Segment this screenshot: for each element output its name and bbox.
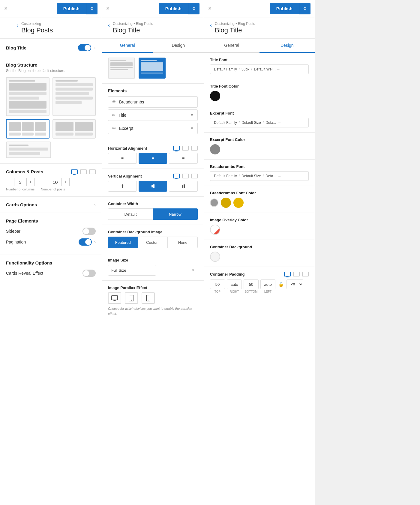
bg-featured-btn[interactable]: Featured xyxy=(108,237,138,248)
structure-card-4[interactable] xyxy=(52,119,96,139)
image-size-select[interactable]: Full Size Large Medium Thumbnail xyxy=(108,265,156,276)
columns-decrement[interactable]: − xyxy=(6,178,14,186)
posts-increment[interactable]: + xyxy=(61,178,70,186)
title-color-swatch[interactable] xyxy=(210,91,220,101)
blog-title-toggle[interactable] xyxy=(78,44,91,51)
padding-top-input[interactable] xyxy=(210,279,225,289)
breadcrumbs-font-section: Breadcrumbs Font Default Family / Defaul… xyxy=(204,160,315,186)
parallax-mobile-icon[interactable] xyxy=(142,292,155,304)
pagination-toggle-right: › xyxy=(79,238,96,246)
padding-bottom-input[interactable] xyxy=(244,279,259,289)
padding-lock-icon[interactable]: 🔒 xyxy=(277,282,285,287)
blog-title-right: › xyxy=(78,44,96,51)
parallax-section: Image Parallax Effect Choose for which d… xyxy=(102,281,204,321)
panel-2-gear-button[interactable]: ⚙ xyxy=(188,3,200,14)
bg-custom-btn[interactable]: Custom xyxy=(138,237,168,248)
bg-none-btn[interactable]: None xyxy=(168,237,198,248)
v-align-tablet-icon[interactable] xyxy=(182,174,189,178)
structure-card-3[interactable] xyxy=(6,119,50,139)
panel-2-publish-button[interactable]: Publish xyxy=(159,3,188,14)
container-bg-swatch[interactable] xyxy=(210,252,220,262)
posts-decrement[interactable]: − xyxy=(41,178,49,186)
layout-preview-2[interactable] xyxy=(139,58,166,79)
width-default-btn[interactable]: Default xyxy=(108,208,153,220)
v-align-bottom-btn[interactable] xyxy=(169,181,198,192)
element-breadcrumbs[interactable]: 👁 Breadcrumbs xyxy=(108,96,198,108)
panel-2-back-arrow[interactable]: ‹ xyxy=(108,22,110,28)
excerpt-font-selector[interactable]: Default Family / Default Size / Defa... … xyxy=(210,118,309,127)
structure-card-2[interactable] xyxy=(52,77,96,116)
padding-tablet-icon[interactable] xyxy=(293,272,300,276)
panel-3-back-arrow[interactable]: ‹ xyxy=(210,22,212,28)
panel-3-title: Blog Title xyxy=(215,26,255,34)
sidebar-toggle-right xyxy=(82,228,96,235)
tab-3-general[interactable]: General xyxy=(204,39,260,53)
structure-card-1[interactable] xyxy=(6,77,50,116)
panel-3-publish-button[interactable]: Publish xyxy=(270,3,299,14)
desktop-icon[interactable] xyxy=(71,169,78,174)
svg-rect-1 xyxy=(121,186,124,186)
h-align-center-btn[interactable]: ≡ xyxy=(139,153,167,164)
v-align-top-btn[interactable] xyxy=(108,181,137,192)
layout-preview-1[interactable] xyxy=(108,58,135,79)
panel-2-close-icon[interactable]: × xyxy=(106,5,110,12)
breadcrumbs-font-selector[interactable]: Default Family / Default Size / Defa... … xyxy=(210,171,309,181)
panel-3-topbar-right: Publish ⚙ xyxy=(270,3,310,14)
cards-options-row[interactable]: Cards Options › xyxy=(6,202,96,207)
h-align-buttons: ≡ ≡ ≡ xyxy=(108,153,198,164)
tab-3-design[interactable]: Design xyxy=(260,39,315,53)
padding-unit-select[interactable]: PX % EM xyxy=(286,279,303,289)
padding-left-input[interactable] xyxy=(260,279,275,289)
select-arrow-icon: ▼ xyxy=(191,268,195,272)
v-align-mobile-icon[interactable] xyxy=(191,174,198,178)
breadcrumbs-color-gold2[interactable] xyxy=(233,198,244,208)
padding-mobile-icon[interactable] xyxy=(302,272,309,276)
width-narrow-btn[interactable]: Narrow xyxy=(153,208,198,220)
tablet-icon[interactable] xyxy=(80,169,87,174)
image-overlay-swatch[interactable] xyxy=(210,225,220,235)
cards-reveal-right xyxy=(82,270,96,277)
element-excerpt[interactable]: 👁 Excerpt ▼ xyxy=(108,123,198,134)
columns-increment[interactable]: + xyxy=(26,178,35,186)
tab-general[interactable]: General xyxy=(102,39,153,53)
blog-title-label: Blog Title xyxy=(6,45,26,50)
panel-1-back-arrow[interactable]: ‹ xyxy=(16,22,18,28)
functionality-title: Functionality Options xyxy=(6,260,96,265)
parallax-tablet-icon[interactable] xyxy=(125,292,138,304)
excerpt-color-swatch[interactable] xyxy=(210,144,220,154)
cards-reveal-toggle[interactable] xyxy=(82,270,96,277)
blog-title-row[interactable]: Blog Title › xyxy=(6,44,96,51)
breadcrumbs-font-color-label: Breadcrumbs Font Color xyxy=(210,191,309,195)
panel-3-close-icon[interactable]: × xyxy=(208,5,212,12)
padding-desktop-icon[interactable] xyxy=(284,272,291,276)
structure-card-5[interactable] xyxy=(6,142,51,158)
pagination-toggle[interactable] xyxy=(79,238,92,246)
columns-stepper: − 3 + Number of columns xyxy=(6,178,35,191)
element-title-left: ✏ Title xyxy=(112,113,126,118)
v-align-desktop-icon[interactable] xyxy=(173,174,180,178)
h-align-left-btn[interactable]: ≡ xyxy=(108,153,137,164)
panel-1-publish-button[interactable]: Publish xyxy=(57,3,86,14)
h-align-right-btn[interactable]: ≡ xyxy=(169,153,198,164)
padding-right-input[interactable] xyxy=(227,279,242,289)
breadcrumbs-color-gray[interactable] xyxy=(210,199,218,207)
v-align-middle-btn[interactable] xyxy=(139,181,167,192)
panel-1-close-icon[interactable]: × xyxy=(4,5,8,12)
h-align-desktop-icon[interactable] xyxy=(173,146,180,151)
element-title[interactable]: ✏ Title ▼ xyxy=(108,109,198,121)
posts-label: Number of posts xyxy=(41,187,70,191)
title-font-selector[interactable]: Default Family / 30px / Default Wei... ·… xyxy=(210,64,309,74)
h-align-tablet-icon[interactable] xyxy=(182,146,189,151)
h-align-mobile-icon[interactable] xyxy=(191,146,198,151)
image-overlay-label: Image Overlay Color xyxy=(210,218,309,222)
excerpt-font-size: Default Size xyxy=(242,121,261,125)
panel-1-gear-button[interactable]: ⚙ xyxy=(86,3,98,14)
panel-1-header-text: Customizing Blog Posts xyxy=(21,22,53,34)
excerpt-font-color-label: Excerpt Font Color xyxy=(210,137,309,142)
panel-3-gear-button[interactable]: ⚙ xyxy=(299,3,310,14)
mobile-icon[interactable] xyxy=(89,169,96,174)
sidebar-toggle[interactable] xyxy=(82,228,96,235)
parallax-desktop-icon[interactable] xyxy=(108,292,121,304)
breadcrumbs-color-gold[interactable] xyxy=(221,198,231,208)
tab-design[interactable]: Design xyxy=(153,39,204,53)
